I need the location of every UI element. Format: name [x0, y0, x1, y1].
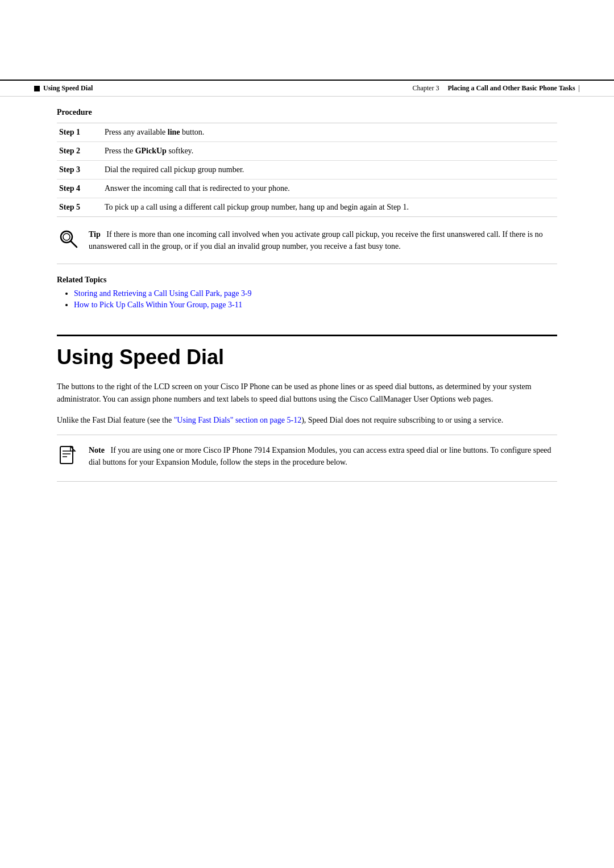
- list-item: Storing and Retrieving a Call Using Call…: [74, 289, 557, 298]
- tip-section: Tip If there is more than one incoming c…: [57, 217, 557, 264]
- note-icon: [57, 445, 80, 472]
- header-section-label: Using Speed Dial: [43, 84, 93, 93]
- section-heading: Using Speed Dial: [57, 335, 557, 369]
- step-5-label: Step 5: [57, 198, 102, 217]
- table-row: Step 1 Press any available line button.: [57, 123, 557, 142]
- steps-table: Step 1 Press any available line button. …: [57, 123, 557, 217]
- section-para-1: The buttons to the right of the LCD scre…: [57, 381, 557, 406]
- header-left: Using Speed Dial: [34, 84, 93, 93]
- related-topics-heading: Related Topics: [57, 276, 557, 285]
- note-text: If you are using one or more Cisco IP Ph…: [89, 446, 551, 466]
- note-content: Note If you are using one or more Cisco …: [89, 444, 557, 468]
- chapter-label: Chapter 3: [412, 84, 439, 92]
- related-topics-list: Storing and Retrieving a Call Using Call…: [57, 289, 557, 310]
- table-row: Step 5 To pick up a call using a differe…: [57, 198, 557, 217]
- tip-content: Tip If there is more than one incoming c…: [89, 228, 557, 252]
- tip-icon: [57, 228, 80, 252]
- svg-line-1: [71, 241, 77, 247]
- step-2-label: Step 2: [57, 142, 102, 161]
- step-2-content: Press the GPickUp softkey.: [102, 142, 557, 161]
- tip-text: If there is more than one incoming call …: [89, 230, 543, 251]
- procedure-heading: Procedure: [57, 97, 557, 123]
- related-link-2[interactable]: How to Pick Up Calls Within Your Group, …: [74, 301, 242, 309]
- step-1-label: Step 1: [57, 123, 102, 142]
- header-marker: [34, 86, 40, 91]
- tip-label: Tip: [89, 230, 101, 239]
- note-section: Note If you are using one or more Cisco …: [57, 435, 557, 482]
- header-right: Chapter 3 Placing a Call and Other Basic…: [412, 84, 580, 93]
- related-link-1[interactable]: Storing and Retrieving a Call Using Call…: [74, 289, 252, 298]
- step-4-label: Step 4: [57, 180, 102, 198]
- page-header: Using Speed Dial Chapter 3 Placing a Cal…: [0, 80, 614, 97]
- main-content: Procedure Step 1 Press any available lin…: [0, 97, 614, 482]
- table-row: Step 4 Answer the incoming call that is …: [57, 180, 557, 198]
- svg-point-2: [63, 233, 70, 240]
- page: Using Speed Dial Chapter 3 Placing a Cal…: [0, 80, 614, 868]
- fast-dials-link[interactable]: "Using Fast Dials" section on page 5-12: [174, 416, 302, 424]
- section-para-2: Unlike the Fast Dial feature (see the "U…: [57, 414, 557, 427]
- note-label: Note: [89, 446, 105, 454]
- svg-point-0: [61, 231, 72, 243]
- chapter-title: Placing a Call and Other Basic Phone Tas…: [447, 84, 575, 92]
- step-4-content: Answer the incoming call that is redirec…: [102, 180, 557, 198]
- step-1-content: Press any available line button.: [102, 123, 557, 142]
- table-row: Step 2 Press the GPickUp softkey.: [57, 142, 557, 161]
- table-row: Step 3 Dial the required call pickup gro…: [57, 161, 557, 180]
- related-topics-section: Related Topics Storing and Retrieving a …: [57, 264, 557, 329]
- step-3-content: Dial the required call pickup group numb…: [102, 161, 557, 180]
- list-item: How to Pick Up Calls Within Your Group, …: [74, 301, 557, 310]
- step-3-label: Step 3: [57, 161, 102, 180]
- step-5-content: To pick up a call using a different call…: [102, 198, 557, 217]
